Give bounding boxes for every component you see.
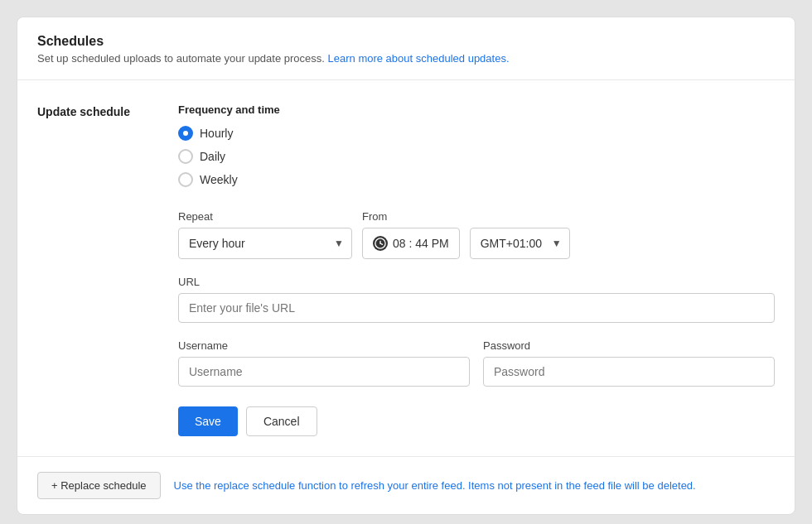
repeat-from-row: Repeat Every hour Every 2 hours Every 4 … xyxy=(178,207,775,259)
url-label: URL xyxy=(178,276,775,288)
radio-daily[interactable] xyxy=(178,149,193,164)
learn-more-link[interactable]: Learn more about scheduled updates. xyxy=(328,52,510,65)
page-title: Schedules xyxy=(37,34,775,49)
radio-weekly[interactable] xyxy=(178,172,193,187)
password-group: Password xyxy=(483,339,775,387)
password-input[interactable] xyxy=(483,357,775,387)
card-body: Update schedule Frequency and time Hourl… xyxy=(17,80,795,456)
from-label: From xyxy=(362,210,460,223)
section-content: Frequency and time Hourly Daily Weekly xyxy=(178,103,775,436)
repeat-select[interactable]: Every hour Every 2 hours Every 4 hours E… xyxy=(178,228,352,259)
time-field[interactable]: 08 : 44 PM xyxy=(362,228,460,259)
url-section: URL xyxy=(178,276,775,323)
password-label: Password xyxy=(483,339,775,352)
username-group: Username xyxy=(178,339,470,387)
url-input[interactable] xyxy=(178,293,775,323)
username-input[interactable] xyxy=(178,357,470,387)
repeat-select-wrapper[interactable]: Every hour Every 2 hours Every 4 hours E… xyxy=(178,228,352,259)
radio-item-weekly[interactable]: Weekly xyxy=(178,172,775,187)
cancel-button[interactable]: Cancel xyxy=(246,406,317,436)
section-label: Update schedule xyxy=(37,103,145,436)
footer-description: Use the replace schedule function to ref… xyxy=(174,479,696,492)
card-footer: + Replace schedule Use the replace sched… xyxy=(17,456,795,514)
svg-line-2 xyxy=(380,243,383,244)
page-subtitle: Set up scheduled uploads to automate you… xyxy=(37,52,775,65)
frequency-heading: Frequency and time xyxy=(178,103,775,116)
clock-icon xyxy=(373,236,388,251)
save-button[interactable]: Save xyxy=(178,406,238,436)
timezone-select[interactable]: GMT+01:00 GMT+00:00 GMT+02:00 GMT+03:00 xyxy=(470,228,570,259)
card-header: Schedules Set up scheduled uploads to au… xyxy=(17,17,795,80)
radio-weekly-label[interactable]: Weekly xyxy=(200,173,238,186)
frequency-radio-group: Hourly Daily Weekly xyxy=(178,126,775,187)
timezone-wrapper[interactable]: GMT+01:00 GMT+00:00 GMT+02:00 GMT+03:00 … xyxy=(470,228,570,259)
timezone-field-group: GMT+01:00 GMT+00:00 GMT+02:00 GMT+03:00 … xyxy=(470,207,570,259)
username-label: Username xyxy=(178,339,470,352)
radio-item-hourly[interactable]: Hourly xyxy=(178,126,775,141)
repeat-label: Repeat xyxy=(178,210,352,223)
schedules-card: Schedules Set up scheduled uploads to au… xyxy=(17,17,795,515)
from-field-group: From 08 : 44 PM xyxy=(362,210,460,259)
subtitle-text: Set up scheduled uploads to automate you… xyxy=(37,52,325,65)
replace-schedule-button[interactable]: + Replace schedule xyxy=(37,472,161,499)
time-value: 08 : 44 PM xyxy=(393,237,449,250)
radio-hourly[interactable] xyxy=(178,126,193,141)
radio-item-daily[interactable]: Daily xyxy=(178,149,775,164)
repeat-field-group: Repeat Every hour Every 2 hours Every 4 … xyxy=(178,210,352,259)
section-row: Update schedule Frequency and time Hourl… xyxy=(37,103,775,436)
radio-hourly-label[interactable]: Hourly xyxy=(200,127,233,140)
credentials-row: Username Password xyxy=(178,339,775,387)
action-row: Save Cancel xyxy=(178,406,775,436)
radio-daily-label[interactable]: Daily xyxy=(200,150,225,163)
